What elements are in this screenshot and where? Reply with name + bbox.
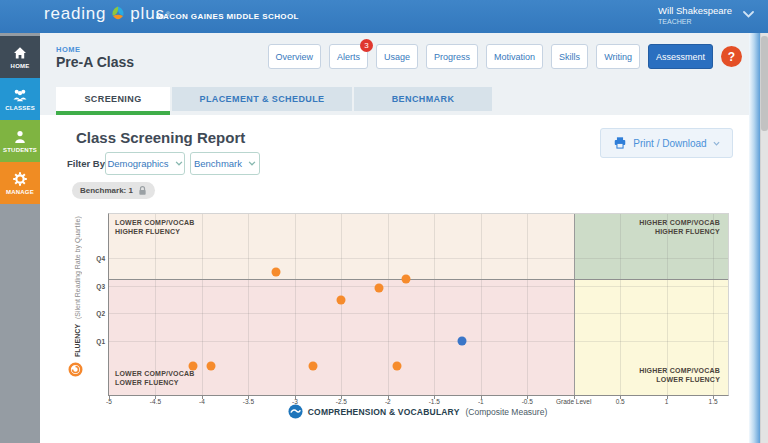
quadrant-label-top-left: LOWER COMP/VOCABHIGHER FLUENCY	[115, 218, 194, 236]
x-gridline	[248, 214, 249, 395]
nav-button-label: Usage	[384, 52, 410, 62]
nav-assessment-button[interactable]: Assessment	[648, 44, 713, 69]
nav-button-label: Assessment	[656, 52, 705, 62]
quadrant-label-line: LOWER COMP/VOCAB	[115, 218, 194, 227]
page-title: Pre-A Class	[56, 54, 134, 70]
chevron-down-icon[interactable]	[743, 11, 754, 18]
y-gridline	[109, 341, 728, 342]
report-title: Class Screening Report	[76, 129, 245, 146]
x-axis-label-normal: (Composite Measure)	[466, 407, 548, 417]
dropdown-label: Demographics	[107, 158, 168, 169]
nav-motivation-button[interactable]: Motivation	[486, 44, 543, 69]
quadrant-label-line: HIGHER FLUENCY	[639, 227, 720, 236]
logo-icon	[108, 4, 128, 24]
user-name: Will Shakespeare	[658, 5, 732, 16]
quadrant-label-line: HIGHER COMP/VOCAB	[639, 366, 720, 375]
tab-screening[interactable]: SCREENING	[56, 87, 170, 111]
data-point-students-orange[interactable]	[309, 361, 318, 370]
data-point-students-orange[interactable]	[207, 361, 216, 370]
x-axis-label-bold: COMPREHENSION & VOCABULARY	[308, 407, 460, 417]
nav-buttons: OverviewAlerts3UsageProgressMotivationSk…	[268, 44, 713, 69]
logo-text-reading: reading	[44, 4, 106, 24]
printer-icon	[613, 136, 627, 150]
fluency-swirl-icon	[68, 362, 83, 377]
nav-button-label: Motivation	[494, 52, 535, 62]
x-gridline	[341, 214, 342, 395]
y-axis-label-bold: FLUENCY	[74, 324, 81, 357]
y-tick-label: Q1	[87, 338, 105, 345]
data-point-students-orange[interactable]	[374, 284, 383, 293]
reading-plus-logo: reading plus®	[44, 4, 171, 24]
fluency-divider	[109, 279, 728, 280]
x-gridline	[202, 214, 203, 395]
sidebar-item-manage[interactable]: MANAGE	[0, 162, 40, 204]
tab-bar: SCREENINGPLACEMENT & SCHEDULEBENCHMARK	[56, 87, 492, 111]
print-download-button[interactable]: Print / Download	[600, 128, 733, 158]
quadrant-label-line: LOWER COMP/VOCAB	[115, 369, 194, 378]
home-icon	[12, 45, 28, 61]
quadrant-label-top-right: HIGHER COMP/VOCABHIGHER FLUENCY	[639, 218, 720, 236]
benchmark-dropdown[interactable]: Benchmark	[190, 152, 260, 175]
data-point-student-blue[interactable]	[458, 337, 467, 346]
demographics-dropdown[interactable]: Demographics	[105, 152, 185, 175]
sidebar: HOME CLASSES STUDENTS	[0, 33, 40, 443]
x-gridline	[620, 214, 621, 395]
sidebar-item-classes[interactable]: CLASSES	[0, 78, 40, 120]
school-name: MACON GAINES MIDDLE SCHOOL	[156, 12, 299, 21]
data-point-students-orange[interactable]	[337, 295, 346, 304]
sidebar-item-label: CLASSES	[5, 105, 35, 111]
x-gridline	[481, 214, 482, 395]
data-point-students-orange[interactable]	[393, 361, 402, 370]
tab-label: PLACEMENT & SCHEDULE	[199, 94, 324, 104]
tab-placement-schedule[interactable]: PLACEMENT & SCHEDULE	[172, 87, 352, 111]
scrollbar-thumb[interactable]	[761, 36, 768, 131]
chevron-down-icon	[248, 161, 256, 166]
breadcrumb[interactable]: HOME	[56, 45, 81, 54]
nav-button-label: Writing	[604, 52, 632, 62]
classes-icon	[12, 87, 28, 103]
data-point-students-orange[interactable]	[402, 274, 411, 283]
x-gridline	[388, 214, 389, 395]
grade-level-divider	[574, 214, 575, 395]
x-gridline	[295, 214, 296, 395]
benchmark-filter-pill: Benchmark: 1	[72, 182, 155, 199]
tab-label: BENCHMARK	[392, 94, 455, 104]
nav-skills-button[interactable]: Skills	[551, 44, 588, 69]
nav-progress-button[interactable]: Progress	[426, 44, 478, 69]
nav-overview-button[interactable]: Overview	[268, 44, 322, 69]
y-gridline	[109, 313, 728, 314]
x-gridline	[155, 214, 156, 395]
nav-alerts-button[interactable]: Alerts3	[329, 44, 368, 69]
x-gridline	[527, 214, 528, 395]
nav-button-label: Skills	[559, 52, 580, 62]
page-edge-strip	[749, 33, 760, 443]
chevron-down-icon	[175, 161, 183, 166]
nav-button-label: Progress	[434, 52, 470, 62]
alerts-badge: 3	[360, 39, 373, 52]
sidebar-item-home[interactable]: HOME	[0, 36, 40, 78]
tab-label: SCREENING	[84, 94, 141, 104]
sidebar-item-label: HOME	[11, 63, 30, 69]
quadrant-label-line: LOWER FLUENCY	[115, 378, 194, 387]
y-gridline	[109, 286, 728, 287]
sidebar-item-students[interactable]: STUDENTS	[0, 120, 40, 162]
benchmark-pill-label: Benchmark: 1	[80, 186, 133, 195]
y-axis-label-normal: (Silent Reading Rate by Quartile)	[74, 217, 81, 320]
quadrant-label-line: LOWER FLUENCY	[639, 375, 720, 384]
data-point-students-orange[interactable]	[188, 361, 197, 370]
print-download-label: Print / Download	[633, 138, 706, 149]
quadrant-label-line: HIGHER FLUENCY	[115, 227, 194, 236]
y-tick-label: Q4	[87, 255, 105, 262]
data-point-students-orange[interactable]	[272, 267, 281, 276]
students-icon	[12, 129, 28, 145]
y-tick-label: Q2	[87, 310, 105, 317]
help-button[interactable]: ?	[721, 46, 742, 67]
user-menu[interactable]: Will Shakespeare TEACHER	[658, 5, 732, 25]
nav-usage-button[interactable]: Usage	[376, 44, 418, 69]
tab-benchmark[interactable]: BENCHMARK	[354, 87, 492, 111]
nav-writing-button[interactable]: Writing	[596, 44, 640, 69]
lock-icon	[138, 185, 147, 196]
nav-button-label: Alerts	[337, 52, 360, 62]
quadrant-label-line: HIGHER COMP/VOCAB	[639, 218, 720, 227]
user-role: TEACHER	[658, 18, 732, 25]
